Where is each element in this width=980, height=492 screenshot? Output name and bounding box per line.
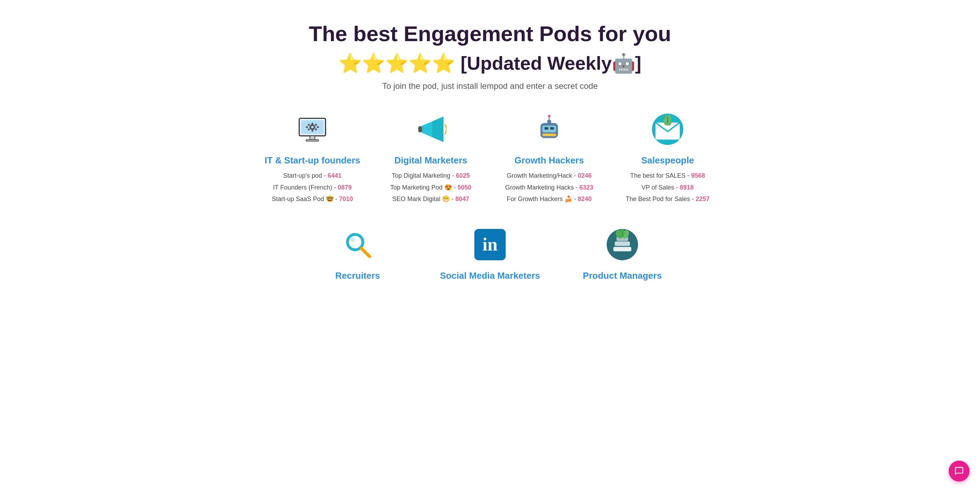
list-item: SEO Mark Digital 😁 - 8047 [390, 195, 471, 204]
svg-rect-8 [306, 126, 308, 128]
monitor-gear-icon [295, 112, 330, 147]
robot-helmet-icon [532, 112, 566, 147]
svg-rect-6 [312, 123, 313, 125]
svg-marker-15 [433, 117, 444, 142]
it-startup-title: IT & Start-up founders [265, 155, 360, 166]
digital-marketers-title: Digital Marketers [394, 155, 467, 166]
list-item: The best for SALES - 9568 [625, 172, 710, 180]
list-item: VP of Sales - 8918 [625, 183, 710, 192]
svg-rect-7 [312, 130, 313, 132]
category-row-2: Recruiters in Social Media Marketers [260, 227, 720, 287]
category-social-media: in Social Media Marketers [438, 227, 542, 287]
product-managers-title: Product Managers [583, 271, 662, 281]
category-it-startup: IT & Start-up founders Start-up's pod - … [260, 112, 364, 206]
category-product-managers: Product Managers [570, 227, 675, 287]
social-media-title: Social Media Marketers [440, 271, 540, 281]
building-plant-icon [605, 227, 640, 262]
category-digital-marketers: Digital Marketers Top Digital Marketing … [379, 112, 483, 206]
digital-marketers-items: Top Digital Marketing - 6025 Top Marketi… [390, 172, 471, 206]
svg-rect-34 [615, 242, 630, 246]
salespeople-items: The best for SALES - 9568 VP of Sales - … [625, 172, 710, 206]
svg-rect-19 [545, 127, 549, 130]
megaphone-icon [414, 112, 448, 147]
svg-rect-33 [613, 247, 631, 251]
main-title: The best Engagement Pods for you [260, 21, 720, 47]
linkedin-letter: in [482, 234, 497, 255]
list-item: The Best Pod for Sales - 2257 [625, 195, 710, 204]
magnifier-icon [340, 227, 375, 262]
list-item: Growth Marketing/Hack - 0246 [505, 172, 593, 180]
envelope-plant-icon [650, 112, 685, 147]
svg-point-32 [350, 237, 355, 242]
svg-rect-3 [306, 140, 319, 142]
svg-marker-14 [422, 122, 433, 137]
it-startup-items: Start-up's pod - 6441 IT Founders (Frenc… [272, 172, 353, 206]
subtitle-row: ⭐⭐⭐⭐⭐ [Updated Weekly🤖] [260, 52, 720, 74]
svg-point-24 [548, 115, 550, 118]
chat-icon [954, 466, 964, 476]
salespeople-title: Salespeople [641, 155, 694, 166]
svg-rect-9 [317, 126, 319, 128]
svg-rect-20 [550, 127, 554, 130]
page-container: The best Engagement Pods for you ⭐⭐⭐⭐⭐ [… [246, 0, 734, 315]
svg-rect-21 [542, 134, 556, 136]
list-item: Start-up's pod - 6441 [272, 172, 353, 180]
list-item: Top Digital Marketing - 6025 [390, 172, 471, 180]
category-growth-hackers: Growth Hackers Growth Marketing/Hack - 0… [497, 112, 601, 206]
description: To join the pod, just install lempod and… [260, 81, 720, 91]
growth-hackers-title: Growth Hackers [514, 155, 584, 166]
svg-point-5 [311, 126, 313, 128]
growth-hackers-items: Growth Marketing/Hack - 0246 Growth Mark… [505, 172, 593, 206]
svg-line-31 [361, 248, 369, 256]
svg-point-30 [349, 236, 361, 248]
chat-button[interactable] [949, 461, 970, 482]
list-item: For Growth Hackers 🍰 - 8240 [505, 195, 593, 204]
svg-rect-2 [310, 136, 315, 140]
svg-rect-22 [547, 120, 551, 124]
category-recruiters: Recruiters [305, 227, 410, 287]
list-item: IT Founders (French) - 0879 [272, 183, 353, 192]
list-item: Start-up SaaS Pod 🤓 - 7010 [272, 195, 353, 204]
svg-rect-18 [542, 126, 556, 133]
recruiters-title: Recruiters [336, 271, 380, 281]
categories-section: IT & Start-up founders Start-up's pod - … [260, 112, 720, 287]
category-salespeople: Salespeople The best for SALES - 9568 VP… [616, 112, 720, 206]
list-item: Top Marketing Pod 😍 - 5050 [390, 183, 471, 192]
linkedin-icon: in [473, 227, 508, 262]
svg-rect-16 [418, 126, 422, 132]
list-item: Growth Marketing Hacks - 6323 [505, 183, 593, 192]
category-row-1: IT & Start-up founders Start-up's pod - … [260, 112, 720, 206]
